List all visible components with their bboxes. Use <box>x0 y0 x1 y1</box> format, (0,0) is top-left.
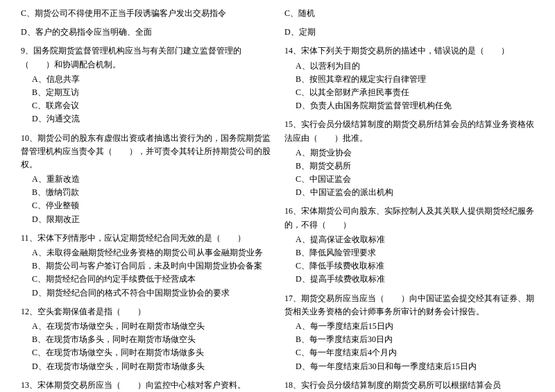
q10-option-d: D、限期改正 <box>21 213 271 226</box>
q11-option-b: B、期货公司与客户签订合同后，未及时向中国期货业协会备案 <box>21 259 271 273</box>
page-content: C、期货公司不得使用不正当手段诱骗客户发出交易指令 D、客户的交易指令应当明确、… <box>21 7 534 392</box>
q9-option-a: A、信息共享 <box>21 73 271 86</box>
q12-option-c: C、在现货市场做空头，同时在期货市场做多头 <box>21 346 271 359</box>
question-11-title: 11、宋体下列情形中，应认定期货经纪合同无效的是（ ） <box>21 232 271 245</box>
question-c-random: C、随机 <box>284 7 534 20</box>
question-12: 12、空头套期保值者是指（ ） A、在现货市场做空头，同时在期货市场做空头 B、… <box>21 305 271 373</box>
question-13-title: 13、宋体期货交易所应当（ ）向监控中心核对客户资料。 <box>21 379 271 392</box>
question-16-title: 16、宋体期货公司向股东、实际控制人及其关联人提供期货经纪服务的，不得（ ） <box>284 205 534 231</box>
question-17: 17、期货交易所应当应当（ ）向中国证监会提交经其有证券、期货相关业务资格的会计… <box>284 292 534 373</box>
q14-option-d: D、负责人由国务院期货监督管理机构任免 <box>284 99 534 112</box>
question-13: 13、宋体期货交易所应当（ ）向监控中心核对客户资料。 A、随时 B、不定期 <box>21 379 271 392</box>
q14-option-a: A、以营利为目的 <box>284 60 534 73</box>
question-12-title: 12、空头套期保值者是指（ ） <box>21 305 271 318</box>
q15-option-c: C、中国证监会 <box>284 173 534 186</box>
q15-option-b: B、期货交易所 <box>284 160 534 173</box>
q17-option-c: C、每一年度结束后4个月内 <box>284 346 534 359</box>
q10-option-c: C、停业整顿 <box>21 199 271 212</box>
q17-option-b: B、每一季度结束后30日内 <box>284 333 534 346</box>
q12-option-d: D、在现货市场做空头，同时在期货市场做多头 <box>21 360 271 373</box>
question-9: 9、国务院期货监督管理机构应当与有关部门建立监督管理的（ ）和协调配合机制。 A… <box>21 44 271 126</box>
q15-option-a: A、期货业协会 <box>284 146 534 160</box>
q11-option-a: A、未取得金融期货经纪业务资格的期货公司从事金融期货业务 <box>21 246 271 259</box>
q9-option-b: B、定期互访 <box>21 86 271 99</box>
question-d-fixed: D、定期 <box>284 26 534 39</box>
q14-option-c: C、以其全部财产承担民事责任 <box>284 86 534 99</box>
q9-option-c: C、联席会议 <box>21 99 271 112</box>
question-9-title: 9、国务院期货监督管理机构应当与有关部门建立监督管理的（ ）和协调配合机制。 <box>21 44 271 71</box>
question-c-fraud: C、期货公司不得使用不正当手段诱骗客户发出交易指令 <box>21 7 271 20</box>
question-15-title: 15、实行会员分级结算制度的期货交易所结算会员的结算业务资格依法应由（ ）批准。 <box>284 118 534 144</box>
question-10: 10、期货公司的股东有虚假出资或者抽逃出资行为的，国务院期货监督管理机构应当责令… <box>21 132 271 226</box>
q16-option-b: B、降低风险管理要求 <box>284 246 534 259</box>
question-18: 18、实行会员分级结算制度的期货交易所可以根据结算会员（ ），限制结算会员的结算… <box>284 379 534 392</box>
question-18-title: 18、实行会员分级结算制度的期货交易所可以根据结算会员（ ），限制结算会员的结算… <box>284 379 534 392</box>
question-17-title: 17、期货交易所应当应当（ ）向中国证监会提交经其有证券、期货相关业务资格的会计… <box>284 292 534 318</box>
q17-option-d: D、每一年度结束后30日和每一季度结束后15日内 <box>284 360 534 373</box>
q9-option-d: D、沟通交流 <box>21 112 271 126</box>
question-d-instruction-title: D、客户的交易指令应当明确、全面 <box>21 26 271 39</box>
q10-option-b: B、缴纳罚款 <box>21 186 271 199</box>
q11-option-c: C、期货经纪合同的约定手续费低于经营成本 <box>21 273 271 286</box>
q17-option-a: A、每一季度结束后15日内 <box>284 320 534 333</box>
q14-option-b: B、按照其章程的规定实行自律管理 <box>284 73 534 86</box>
question-15: 15、实行会员分级结算制度的期货交易所结算会员的结算业务资格依法应由（ ）批准。… <box>284 118 534 199</box>
q12-option-b: B、在现货市场多头，同时在期货市场做空头 <box>21 333 271 346</box>
question-d-instruction: D、客户的交易指令应当明确、全面 <box>21 26 271 39</box>
right-column: C、随机 D、定期 14、宋体下列关于期货交易所的描述中，错误说的是（ ） A、… <box>278 7 534 392</box>
question-16: 16、宋体期货公司向股东、实际控制人及其关联人提供期货经纪服务的，不得（ ） A… <box>284 205 534 286</box>
q10-option-a: A、重新改造 <box>21 173 271 186</box>
q11-option-d: D、期货经纪合同的格式不符合中国期货业协会的要求 <box>21 287 271 300</box>
question-10-title: 10、期货公司的股东有虚假出资或者抽逃出资行为的，国务院期货监督管理机构应当责令… <box>21 132 271 172</box>
question-c-random-title: C、随机 <box>284 7 534 20</box>
q15-option-d: D、中国证监会的派出机构 <box>284 186 534 199</box>
left-column: C、期货公司不得使用不正当手段诱骗客户发出交易指令 D、客户的交易指令应当明确、… <box>21 7 278 392</box>
question-14-title: 14、宋体下列关于期货交易所的描述中，错误说的是（ ） <box>284 44 534 58</box>
question-11: 11、宋体下列情形中，应认定期货经纪合同无效的是（ ） A、未取得金融期货经纪业… <box>21 232 271 300</box>
q16-option-a: A、提高保证金收取标准 <box>284 233 534 246</box>
q16-option-c: C、降低手续费收取标准 <box>284 259 534 273</box>
question-c-fraud-title: C、期货公司不得使用不正当手段诱骗客户发出交易指令 <box>21 7 271 20</box>
q16-option-d: D、提高手续费收取标准 <box>284 273 534 286</box>
q12-option-a: A、在现货市场做空头，同时在期货市场做空头 <box>21 320 271 333</box>
question-d-fixed-title: D、定期 <box>284 26 534 39</box>
question-14: 14、宋体下列关于期货交易所的描述中，错误说的是（ ） A、以营利为目的 B、按… <box>284 44 534 112</box>
